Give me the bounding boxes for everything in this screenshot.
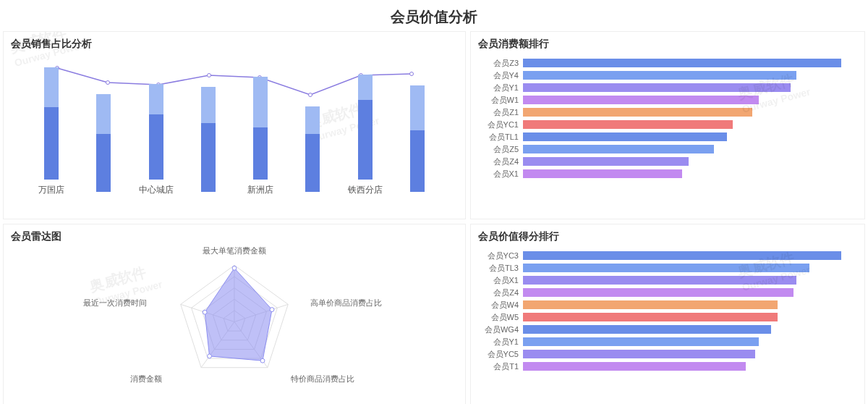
bar-column: [391, 55, 443, 196]
rank-row: 会员W5: [478, 312, 850, 322]
rank-bar: [523, 157, 689, 166]
radar-axis-label: 最大单笔消费金额: [203, 245, 266, 256]
value-rank-chart: 会员YC3会员TL3会员X1会员Z4会员W4会员W5会员WG4会员Y1会员YC5…: [478, 248, 857, 371]
stacked-bar: [201, 87, 216, 192]
rank-label: 会员X1: [478, 275, 519, 286]
panel-spend-rank: 奥威软件Ourway Power 会员消费额排行 会员Z3会员Y4会员Y1会员W…: [470, 31, 865, 219]
rank-label: 会员W1: [478, 95, 519, 106]
rank-row: 会员Z3: [478, 58, 850, 68]
rank-bar: [523, 83, 791, 92]
rank-label: 会员X1: [478, 169, 519, 180]
rank-bar: [523, 313, 778, 321]
panel-value-rank: 奥威软件Ourway Power 会员价值得分排行 会员YC3会员TL3会员X1…: [470, 224, 865, 404]
rank-row: 会员Z4: [478, 156, 850, 167]
bar-label: 中心城店: [139, 184, 174, 196]
rank-bar: [523, 300, 778, 309]
rank-bar: [523, 264, 809, 272]
bar-column: 铁西分店: [339, 55, 391, 196]
stacked-bar: [149, 84, 163, 180]
sales-ratio-chart: 万国店中心城店新洲店铁西分店: [11, 55, 458, 196]
rank-row: 会员Y4: [478, 70, 850, 80]
svg-point-16: [208, 354, 212, 358]
rank-label: 会员T1: [478, 361, 519, 372]
rank-row: 会员Z4: [478, 287, 850, 298]
rank-bar: [523, 337, 759, 346]
rank-label: 会员YC5: [478, 349, 519, 360]
rank-row: 会员TL1: [478, 132, 850, 142]
stacked-bar: [305, 106, 320, 192]
rank-label: 会员TL1: [478, 132, 519, 143]
rank-bar: [523, 362, 746, 371]
bar-column: 新洲店: [234, 55, 286, 196]
rank-label: 会员YC3: [478, 251, 519, 261]
radar-axis-label: 最近一次消费时间: [83, 298, 147, 308]
radar-axis-label: 消费金额: [130, 373, 162, 384]
rank-label: 会员Y1: [478, 337, 519, 348]
rank-label: 会员WG4: [478, 324, 519, 335]
rank-row: 会员T1: [478, 361, 850, 371]
rank-row: 会员Z5: [478, 144, 850, 154]
rank-row: 会员TL3: [478, 263, 850, 273]
rank-bar: [523, 108, 752, 117]
rank-row: 会员X1: [478, 275, 850, 285]
radar-chart: 最大单笔消费金额高单价商品消费占比特价商品消费占比消费金额最近一次消费时间: [11, 248, 458, 396]
rank-bar: [523, 325, 771, 334]
rank-label: 会员W5: [478, 312, 519, 323]
rank-label: 会员W4: [478, 300, 519, 311]
rank-label: 会员YC1: [478, 119, 519, 130]
rank-bar: [523, 251, 841, 260]
page-title: 会员价值分析: [0, 0, 868, 31]
bar-column: [77, 55, 129, 196]
bar-column: [286, 55, 339, 196]
rank-label: 会员Z3: [478, 58, 519, 69]
svg-point-15: [260, 358, 265, 363]
rank-bar: [523, 276, 796, 285]
bar-column: 中心城店: [130, 55, 182, 196]
rank-label: 会员Z5: [478, 144, 519, 155]
rank-bar: [523, 288, 793, 297]
stacked-bar: [44, 67, 59, 180]
svg-point-17: [203, 310, 207, 314]
stacked-bar: [253, 77, 268, 180]
rank-bar: [523, 132, 727, 141]
panel-title-value-rank: 会员价值得分排行: [478, 230, 857, 243]
rank-bar: [523, 145, 714, 153]
rank-row: 会员Y1: [478, 337, 850, 347]
spend-rank-chart: 会员Z3会员Y4会员Y1会员W1会员Z1会员YC1会员TL1会员Z5会员Z4会员…: [478, 55, 857, 179]
rank-row: 会员X1: [478, 169, 850, 179]
rank-label: 会员Z4: [478, 287, 519, 298]
rank-row: 会员YC1: [478, 119, 850, 130]
rank-row: 会员WG4: [478, 324, 850, 334]
radar-axis-label: 特价商品消费占比: [291, 373, 354, 384]
rank-label: 会员Y1: [478, 83, 519, 93]
rank-bar: [523, 120, 733, 129]
rank-bar: [523, 96, 759, 104]
dashboard-grid: 奥威软件Ourway Power 奥威软件Ourway Power 会员销售占比…: [0, 31, 868, 404]
bar-column: [182, 55, 234, 196]
rank-label: 会员Y4: [478, 70, 519, 81]
bar-column: 万国店: [25, 55, 77, 196]
rank-bar: [523, 350, 755, 358]
rank-bar: [523, 71, 796, 80]
panel-title-radar: 会员雷达图: [11, 230, 458, 243]
rank-bar: [523, 169, 682, 178]
panel-title-spend-rank: 会员消费额排行: [478, 38, 857, 51]
panel-radar: 奥威软件Ourway Power 会员雷达图 最大单笔消费金额高单价商品消费占比…: [3, 224, 466, 404]
rank-row: 会员YC3: [478, 251, 850, 261]
panel-title-sales-ratio: 会员销售占比分析: [11, 38, 458, 51]
bar-label: 铁西分店: [348, 184, 383, 196]
rank-row: 会员Z1: [478, 107, 850, 117]
bar-label: 万国店: [38, 184, 64, 196]
rank-row: 会员W4: [478, 300, 850, 310]
svg-point-14: [270, 308, 274, 312]
stacked-bar: [96, 94, 111, 192]
rank-label: 会员TL3: [478, 263, 519, 274]
rank-row: 会员Y1: [478, 83, 850, 93]
rank-bar: [523, 59, 841, 67]
bar-label: 新洲店: [247, 184, 273, 196]
radar-axis-label: 高单价商品消费占比: [310, 298, 382, 308]
stacked-bar: [410, 85, 425, 192]
stacked-bar: [358, 75, 373, 180]
rank-label: 会员Z1: [478, 107, 519, 118]
rank-label: 会员Z4: [478, 156, 519, 167]
